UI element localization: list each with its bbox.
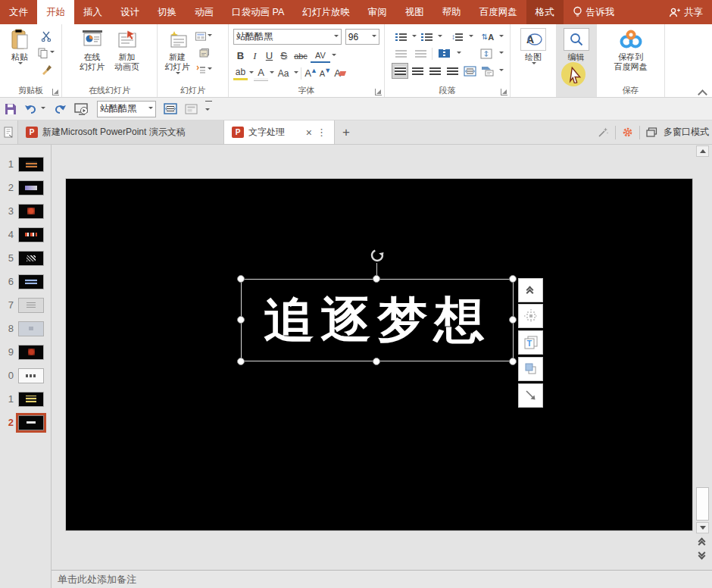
slide-thumbnail[interactable] <box>19 393 43 406</box>
tab-view[interactable]: 视图 <box>396 0 433 24</box>
slide-thumbnail[interactable] <box>19 158 43 171</box>
change-case-dropdown-arrow[interactable] <box>294 71 298 76</box>
tab-animations[interactable]: 动画 <box>186 0 223 24</box>
section-button[interactable] <box>195 63 212 77</box>
slide-thumbnail[interactable] <box>19 346 43 359</box>
scroll-up-button[interactable] <box>696 145 709 157</box>
qat-more-button[interactable] <box>205 100 212 118</box>
diagonal-resize-button[interactable] <box>518 383 543 408</box>
clear-formatting-button[interactable]: A <box>333 66 347 80</box>
collapse-toolbar-button[interactable] <box>518 278 543 302</box>
resize-handle-sw[interactable] <box>237 358 245 365</box>
section-dropdown-arrow[interactable] <box>208 67 212 72</box>
slide-thumbnail-row[interactable]: 3 <box>0 199 50 223</box>
online-slides-button[interactable]: 在线 幻灯片 <box>76 27 109 85</box>
font-name-combo[interactable]: 站酷酷黑 <box>233 29 342 45</box>
paragraph-dialog-launcher[interactable] <box>501 89 507 95</box>
slide-thumbnail-row[interactable]: 9 <box>0 340 50 364</box>
settings-gear-icon[interactable] <box>622 127 633 138</box>
resize-handle-n[interactable] <box>373 275 380 283</box>
decrease-indent-button[interactable] <box>392 46 409 61</box>
multi-window-label[interactable]: 多窗口模式 <box>664 126 709 139</box>
increase-indent-button[interactable] <box>412 46 429 61</box>
scrollbar-thumb[interactable] <box>696 487 709 521</box>
tab-home[interactable]: 开始 <box>37 0 74 24</box>
change-case-button[interactable]: Aa <box>274 66 292 80</box>
align-center-button[interactable] <box>410 64 425 78</box>
align-left-button[interactable] <box>392 64 408 78</box>
bullets-dropdown-arrow[interactable] <box>412 35 417 39</box>
resize-handle-w[interactable] <box>237 316 245 324</box>
slide-thumbnail[interactable] <box>19 299 43 312</box>
doc-list-button[interactable] <box>0 120 18 144</box>
new-animation-page-button[interactable]: 新加 动画页 <box>111 27 144 85</box>
slide-thumbnail-row[interactable]: 0 <box>0 364 50 387</box>
tab-design[interactable]: 设计 <box>111 0 148 24</box>
slide-thumbnail[interactable] <box>19 205 43 218</box>
previous-slide-button[interactable] <box>696 536 709 547</box>
layers-button[interactable] <box>518 357 543 381</box>
layout-dropdown-arrow[interactable] <box>208 34 212 39</box>
resize-handle-e[interactable] <box>509 316 517 324</box>
draw-dropdown-arrow[interactable] <box>532 62 536 67</box>
collapse-ribbon-button[interactable] <box>699 89 706 94</box>
panel-divider[interactable] <box>51 145 52 588</box>
tab-transitions[interactable]: 切换 <box>148 0 186 24</box>
slide-thumbnail[interactable] <box>19 369 43 383</box>
doc-tab-1[interactable]: P 新建Microsoft PowerPoint 演示文稿 <box>18 120 224 144</box>
char-spacing-button[interactable]: AV <box>311 48 330 63</box>
char-spacing-dropdown-arrow[interactable] <box>332 54 336 58</box>
undo-button[interactable] <box>24 100 45 118</box>
resize-handle-s[interactable] <box>373 358 380 365</box>
next-slide-button[interactable] <box>696 549 709 560</box>
textbox-selection[interactable]: 追逐梦想 <box>241 279 514 361</box>
font-color-button[interactable]: A <box>254 66 268 80</box>
justify-button[interactable] <box>445 64 461 78</box>
underline-button[interactable]: U <box>262 48 276 63</box>
slide-thumbnail-row[interactable]: 4 <box>0 223 50 246</box>
clipboard-dialog-launcher[interactable] <box>52 89 59 95</box>
text-direction-button[interactable]: ⇅A <box>479 30 496 44</box>
slide-thumbnail-row[interactable]: 8 <box>0 317 50 340</box>
tab-review[interactable]: 审阅 <box>359 0 396 24</box>
slide-thumbnail-row[interactable]: 5 <box>0 246 50 270</box>
numbering-dropdown-arrow[interactable] <box>438 35 442 39</box>
tab-slideshow[interactable]: 幻灯片放映 <box>293 0 359 24</box>
text-highlight-button[interactable]: ab <box>233 66 248 80</box>
reset-slide-button[interactable] <box>195 46 212 60</box>
slide-thumbnail[interactable] <box>19 416 43 430</box>
smartart-dropdown-arrow[interactable] <box>499 69 504 74</box>
slide-thumbnail[interactable] <box>19 181 43 195</box>
slide-thumbnail-row[interactable]: 6 <box>0 270 50 293</box>
qat-layout-button[interactable] <box>185 100 198 118</box>
columns-button[interactable] <box>436 46 452 61</box>
tab-insert[interactable]: 插入 <box>74 0 111 24</box>
resize-handle-nw[interactable] <box>237 275 245 283</box>
draw-button[interactable]: A 绘图 <box>517 27 550 85</box>
text-box-button[interactable]: T <box>518 330 543 355</box>
share-button[interactable]: 共享 <box>659 0 712 24</box>
distribute-button[interactable] <box>463 64 478 78</box>
tab-format[interactable]: 格式 <box>526 0 564 24</box>
notes-area[interactable]: 单击此处添加备注 <box>52 570 712 588</box>
paste-dropdown-arrow[interactable] <box>18 62 23 67</box>
slide-thumbnail-row[interactable]: 2 <box>0 176 50 199</box>
copy-button[interactable] <box>38 46 55 60</box>
bold-button[interactable]: B <box>233 48 248 63</box>
slide-thumbnail[interactable] <box>19 252 43 265</box>
tab-baidu-netdisk[interactable]: 百度网盘 <box>470 0 526 24</box>
copy-dropdown-arrow[interactable] <box>50 51 55 55</box>
format-painter-button[interactable] <box>38 63 55 77</box>
font-dialog-launcher[interactable] <box>375 89 382 95</box>
align-center-position-button[interactable] <box>518 304 543 328</box>
italic-button[interactable]: I <box>248 48 262 63</box>
close-tab-icon[interactable]: × <box>306 127 312 139</box>
font-size-combo[interactable]: 96 <box>345 29 379 45</box>
slide-thumbnail-row-selected[interactable]: 2 <box>0 411 50 434</box>
save-button[interactable] <box>5 100 17 118</box>
tab-help[interactable]: 帮助 <box>433 0 470 24</box>
rotate-handle-icon[interactable] <box>369 247 386 264</box>
tab-pocket-animation[interactable]: 口袋动画 PA <box>223 0 293 24</box>
shadow-button[interactable]: S <box>276 48 291 63</box>
slide-thumbnail[interactable] <box>19 228 43 242</box>
